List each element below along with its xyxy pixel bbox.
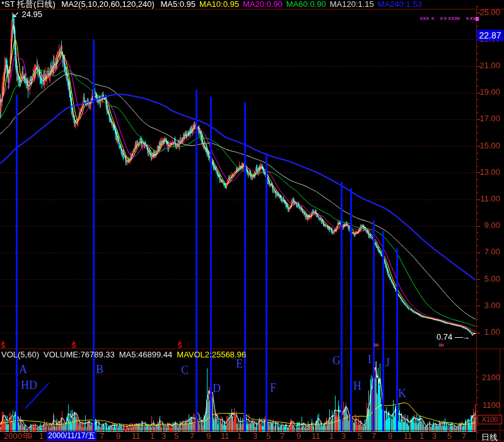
marker-letter-E: E <box>236 358 243 369</box>
date-tick-label: 9 <box>296 432 301 441</box>
indicator-label: MA2(5,10,20,60,120,240) <box>61 0 154 9</box>
price-axis-label: 13.00 <box>478 168 500 177</box>
signal-x-mark-icon: × <box>440 16 443 22</box>
date-tick-label: 1 <box>419 432 424 441</box>
volume-header-item-0: VOL(5,60) <box>1 350 39 359</box>
event-line-E <box>244 102 246 431</box>
event-line-J <box>382 231 384 431</box>
ma-values: MA5:0.95MA10:0.95MA20:0.90MA60:0.90MA120… <box>160 0 426 9</box>
date-tick-label: 11 <box>312 432 320 441</box>
year-label: 2000年 <box>4 432 30 441</box>
date-tick-label: 7 <box>190 432 194 441</box>
date-tick-label: 9 <box>116 432 120 441</box>
volume-header: VOL(5,60)VOLUME:76789.33MA5:46899.44MAVO… <box>1 350 250 359</box>
price-axis-label: 25.00 <box>478 8 500 17</box>
peak-price-label: 24.95 <box>22 9 43 19</box>
marker-letter-J: J <box>385 357 390 368</box>
marker-letter-F: F <box>270 382 276 393</box>
chart-canvas[interactable] <box>0 0 504 442</box>
chart-header: *ST 托普(日线) MA2(5,10,20,60,120,240) MA5:0… <box>1 0 430 9</box>
date-tick-label: 9 <box>28 432 32 441</box>
price-axis-label: 21.00 <box>478 61 500 70</box>
price-axis-label: 5.00 <box>478 275 500 284</box>
price-axis-label: 1.00 <box>478 328 500 337</box>
selected-date-highlight: 2000/11/17/五 <box>47 431 97 441</box>
event-line-F <box>266 153 267 431</box>
date-tick-label: 5 <box>447 432 452 441</box>
volume-header-item-2: MA5:46899.44 <box>119 350 173 359</box>
ma-value-4: MA120:1.15 <box>330 0 374 9</box>
volume-axis-label: 1100 <box>479 400 500 410</box>
date-tick-label: 3 <box>253 432 257 441</box>
signal-x-mark-icon: × <box>431 16 435 22</box>
date-tick-label: 11 <box>404 432 413 441</box>
event-line-I <box>373 220 375 431</box>
stock-title: *ST 托普(日线) <box>1 0 56 9</box>
current-price-badge: 22.87 <box>477 30 503 41</box>
marker-letter-A: A <box>19 364 27 375</box>
hd-trendline-label: HD <box>21 379 37 391</box>
ex-dividend-mark: ▲S <box>177 340 183 349</box>
date-tick-label: 5 <box>266 432 271 441</box>
volume-unit-label: X100 <box>478 415 502 424</box>
price-axis-label: 7.00 <box>478 248 500 256</box>
axis-box-line <box>500 349 500 441</box>
price-axis-label: 15.00 <box>478 141 500 150</box>
event-line-A <box>16 95 18 431</box>
ma-value-5: MA240:1.53 <box>378 0 422 9</box>
date-tick-label: 7 <box>280 432 284 441</box>
period-label: 日线 <box>478 432 501 442</box>
event-line-G <box>341 182 343 431</box>
low-price-label: 0.74 <box>437 332 452 342</box>
date-tick-label: 1 <box>39 432 44 441</box>
event-line-K <box>396 248 398 431</box>
header-divider <box>0 9 504 9</box>
chevron-marks-icon: »» <box>438 342 444 348</box>
ex-dividend-mark: ▲S <box>71 340 77 349</box>
date-tick-label: 3 <box>341 432 346 441</box>
ma-value-3: MA60:0.90 <box>286 0 326 9</box>
date-tick-label: 11 <box>221 432 230 441</box>
ma-value-0: MA5:0.95 <box>160 0 196 9</box>
chevron-marks-icon: »» <box>373 342 379 348</box>
low-arrow-icon: —→ <box>455 332 469 342</box>
ex-dividend-mark: ▲S <box>0 340 6 349</box>
signal-x-mark-icon: × <box>443 16 447 22</box>
ma-value-2: MA20:0.90 <box>243 0 283 9</box>
signal-block-icon <box>476 17 479 21</box>
date-tick-label: 7 <box>372 432 376 441</box>
event-line-C <box>196 90 197 431</box>
peak-arrow-icon: ↙ <box>13 9 20 19</box>
marker-letter-D: D <box>213 383 221 394</box>
date-tick-label: 7 <box>462 432 466 441</box>
signal-x-mark-icon: × <box>457 16 460 22</box>
price-axis-label: 19.00 <box>478 88 500 97</box>
date-tick-label: 5 <box>358 432 362 441</box>
date-tick-label: 11 <box>132 432 141 441</box>
date-axis[interactable]: 2000年 9179111357911135791113579111357 20… <box>0 431 504 441</box>
price-axis-label: 11.00 <box>478 194 500 203</box>
ma-value-1: MA10:0.95 <box>199 0 239 9</box>
price-axis-label: 9.00 <box>478 221 500 230</box>
date-tick-label: 3 <box>161 432 166 441</box>
event-line-H <box>350 188 352 431</box>
event-line-B <box>93 39 95 431</box>
date-tick-label: 9 <box>388 432 392 441</box>
date-tick-label: 5 <box>174 432 179 441</box>
event-line-D <box>210 97 212 431</box>
stock-chart-app: *ST 托普(日线) MA2(5,10,20,60,120,240) MA5:0… <box>0 0 504 442</box>
marker-letter-G: G <box>332 355 341 366</box>
date-tick-label: 1 <box>150 432 155 441</box>
price-axis-label: 17.00 <box>478 114 500 123</box>
date-tick-label: 3 <box>432 432 437 441</box>
date-tick-label: 9 <box>206 432 211 441</box>
date-tick-label: 1 <box>329 432 334 441</box>
price-axis-label: 3.00 <box>478 301 500 310</box>
marker-letter-B: B <box>96 364 103 375</box>
marker-letter-C: C <box>181 364 189 376</box>
right-axis-line <box>476 5 477 441</box>
signal-x-mark-icon: × <box>466 16 469 22</box>
marker-letter-K: K <box>398 388 406 399</box>
date-tick-label: 1 <box>237 432 242 441</box>
marker-letter-H: H <box>353 380 361 391</box>
